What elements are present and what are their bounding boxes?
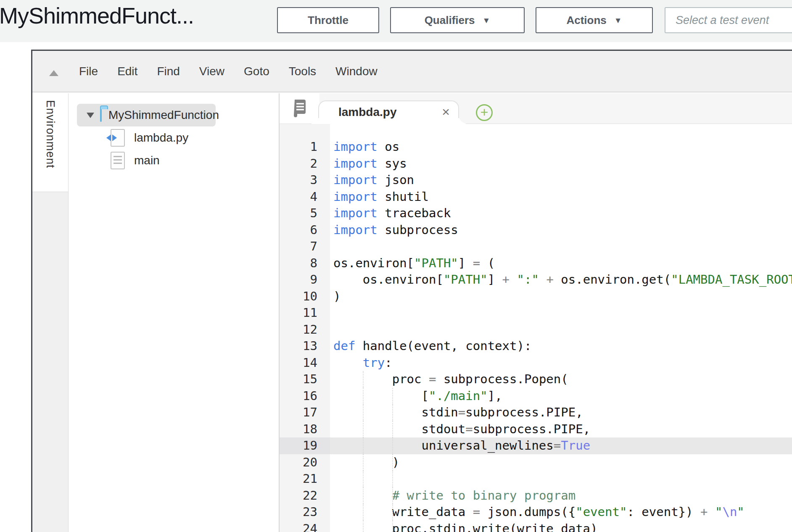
- cloud9-editor-frame: FileEditFindViewGotoToolsWindow Environm…: [31, 50, 792, 532]
- line-number: 23: [280, 504, 330, 521]
- line-number: 20: [280, 454, 330, 471]
- code-line: 21: [280, 471, 792, 487]
- code-line-content: [330, 305, 792, 321]
- code-line-content: def handle(event, context):: [330, 338, 792, 355]
- line-number: 13: [280, 338, 330, 355]
- menu-item-goto[interactable]: Goto: [244, 65, 269, 78]
- code-line: 14 try:: [280, 355, 792, 371]
- folder-name: MyShimmedFunction: [108, 108, 219, 122]
- line-number: 12: [280, 321, 330, 338]
- indent-guide: [392, 421, 393, 438]
- code-line: 12: [280, 321, 792, 338]
- function-header: MyShimmedFunct... Throttle Qualifiers ▼ …: [0, 0, 792, 42]
- code-line: 3import json: [280, 172, 792, 189]
- code-line-content: import sys: [330, 155, 792, 172]
- indent-guide: [363, 521, 364, 532]
- code-line: 23 write_data = json.dumps({"event": eve…: [280, 504, 792, 521]
- code-line: 11: [280, 305, 792, 321]
- line-number: 2: [280, 155, 330, 172]
- code-line-content: import traceback: [330, 205, 792, 222]
- tree-row-file[interactable]: lambda.py: [69, 126, 279, 149]
- file-name: lambda.py: [134, 131, 188, 145]
- code-line-content: universal_newlines=True: [330, 437, 792, 454]
- actions-button[interactable]: Actions ▼: [536, 7, 653, 33]
- code-line: 13def handle(event, context):: [280, 338, 792, 355]
- editor-menu-bar: FileEditFindViewGotoToolsWindow: [32, 51, 792, 92]
- throttle-button[interactable]: Throttle: [277, 7, 379, 33]
- code-line-content: os.environ["PATH"] = (: [330, 255, 792, 272]
- code-file-icon: [111, 129, 125, 147]
- code-editor[interactable]: 1import os2import sys3import json4import…: [280, 124, 792, 532]
- tab-bar: lambda.py × +: [280, 93, 792, 124]
- code-line: 19 universal_newlines=True: [280, 437, 792, 454]
- tree-row-folder[interactable]: MyShimmedFunction: [77, 104, 216, 126]
- caret-down-icon[interactable]: [87, 113, 94, 118]
- code-line-content: import json: [330, 172, 792, 189]
- code-line-content: [330, 238, 792, 255]
- indent-guide: [392, 437, 393, 454]
- code-line: 2import sys: [280, 155, 792, 172]
- indent-guide: [363, 404, 364, 421]
- code-line: 1import os: [280, 139, 792, 155]
- close-icon[interactable]: ×: [442, 104, 450, 120]
- indent-guide: [363, 371, 364, 388]
- menu-item-file[interactable]: File: [79, 65, 98, 78]
- chevron-down-icon: ▼: [483, 16, 491, 24]
- indent-guide: [392, 404, 393, 421]
- line-number: 24: [280, 521, 330, 532]
- qualifiers-button[interactable]: Qualifiers ▼: [390, 7, 525, 33]
- indent-guide: [363, 471, 364, 487]
- line-number: 11: [280, 305, 330, 321]
- menu-item-view[interactable]: View: [199, 65, 224, 78]
- menu-item-find[interactable]: Find: [157, 65, 180, 78]
- lambda-console-screen: MyShimmedFunct... Throttle Qualifiers ▼ …: [0, 0, 792, 532]
- code-line-content: stdout=subprocess.PIPE,: [330, 421, 792, 438]
- line-number: 16: [280, 388, 330, 405]
- code-line-content: [330, 321, 792, 338]
- line-number: 19: [280, 437, 330, 454]
- qualifiers-button-label: Qualifiers: [425, 14, 475, 27]
- test-event-select[interactable]: Select a test event: [665, 7, 792, 33]
- menu-item-edit[interactable]: Edit: [117, 65, 137, 78]
- line-number: 18: [280, 421, 330, 438]
- code-line-content: ["./main"],: [330, 388, 792, 405]
- open-files-list-icon[interactable]: [292, 99, 306, 117]
- editor-content: Environment MyShimmedFunction lambda.pym…: [32, 93, 792, 532]
- tab-label: lambda.py: [338, 105, 396, 119]
- line-number: 4: [280, 189, 330, 205]
- code-line-content: import subprocess: [330, 222, 792, 239]
- line-number: 22: [280, 487, 330, 504]
- code-line-content: stdin=subprocess.PIPE,: [330, 404, 792, 421]
- line-number: 6: [280, 222, 330, 239]
- function-title: MyShimmedFunct...: [0, 3, 194, 29]
- code-line-content: import os: [330, 139, 792, 155]
- indent-guide: [392, 454, 393, 471]
- menu-item-window[interactable]: Window: [335, 65, 378, 78]
- environment-tab[interactable]: Environment: [32, 93, 68, 192]
- side-tab-strip: Environment: [32, 93, 69, 532]
- plus-icon: +: [480, 105, 488, 120]
- tree-row-file[interactable]: main: [69, 149, 279, 172]
- line-number: 1: [280, 139, 330, 155]
- tab-lambda-py[interactable]: lambda.py ×: [318, 100, 459, 124]
- collapse-menubar-icon[interactable]: [49, 70, 58, 76]
- menu-item-tools[interactable]: Tools: [289, 65, 316, 78]
- folder-icon: [100, 108, 102, 122]
- code-line: 4import shutil: [280, 189, 792, 205]
- code-line: 8os.environ["PATH"] = (: [280, 255, 792, 272]
- indent-guide: [392, 388, 393, 405]
- code-line-content: [330, 471, 792, 487]
- line-number: 21: [280, 471, 330, 487]
- code-line-content: # write to binary program: [330, 487, 792, 504]
- line-number: 8: [280, 255, 330, 272]
- new-tab-button[interactable]: +: [476, 104, 493, 121]
- editor-pane: lambda.py × + 1import os2import sys3impo…: [280, 93, 792, 532]
- chevron-down-icon: ▼: [614, 16, 622, 24]
- file-name: main: [134, 154, 160, 167]
- indent-guide: [363, 437, 364, 454]
- code-line: 18 stdout=subprocess.PIPE,: [280, 421, 792, 438]
- indent-guide: [392, 504, 393, 521]
- indent-guide: [363, 504, 364, 521]
- code-line-content: proc.stdin.write(write_data): [330, 521, 792, 532]
- code-line: 16 ["./main"],: [280, 388, 792, 405]
